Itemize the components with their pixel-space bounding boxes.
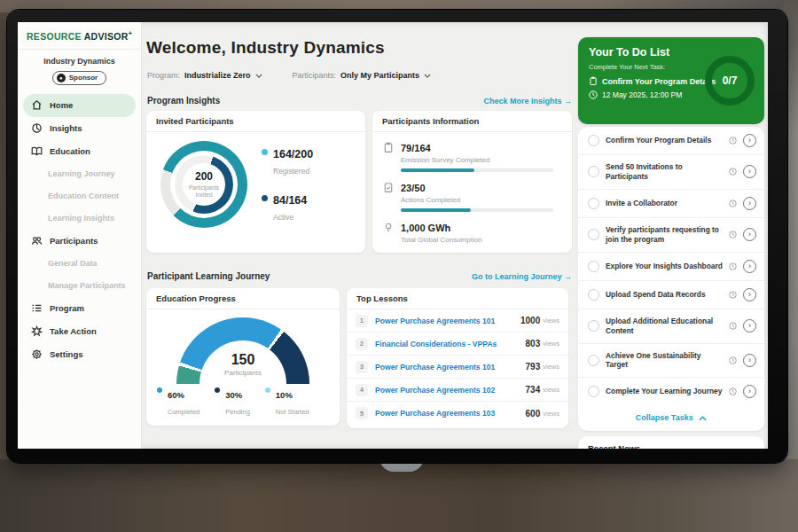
lesson-row: 2 Financial Considerations - VPPAs 803vi… [347,332,568,356]
clipboard-icon [383,139,394,172]
donut-legend: 164/200Registered 84/164Active [262,145,313,223]
sidebar-item-participants[interactable]: Participants [18,230,141,253]
home-icon [31,99,43,111]
lesson-link[interactable]: Power Purchase Agreements 101 [375,317,520,325]
checkbox[interactable] [588,261,599,272]
todo-item[interactable]: Confirm Your Program Details › [578,127,764,155]
card-title: Invited Participants [146,111,365,132]
sidebar-item-learning-insights[interactable]: Learning Insights [18,207,141,230]
sponsor-badge-icon: ● [57,74,66,82]
chevron-right-button[interactable]: › [743,228,756,241]
todo-item[interactable]: Achieve One Sustainability Target › [578,344,764,379]
take-action-icon [31,325,43,337]
todo-item[interactable]: Complete Your Learning Journey › [578,378,764,405]
lesson-row: 4 Power Purchase Agreements 102 734views [347,379,568,402]
todo-item[interactable]: Verify participants requesting to join t… [578,218,764,253]
todo-list-card: Confirm Your Program Details › Send 50 I… [578,127,764,431]
sidebar-item-take-action[interactable]: Take Action [18,320,141,343]
todo-item[interactable]: Upload Spend Data Records › [578,281,764,309]
sidebar-item-settings[interactable]: Settings [18,343,141,366]
chevron-right-button[interactable]: › [743,385,756,398]
todo-next-task: Confirm Your Program Details [602,77,716,86]
card-title: Participants Information [372,111,572,132]
arrow-right-icon: → [564,272,572,281]
invited-participants-donut-chart: 200 Participants Invited [160,141,247,228]
donut-center-label: Participants Invited [181,184,227,200]
gauge-legend: 60%Completed 30%Pending 10%Not Started [157,386,332,418]
sidebar-item-general-data[interactable]: General Data [18,253,141,275]
checkbox[interactable] [588,355,599,366]
sidebar-item-manage-participants[interactable]: Manage Participants [18,275,141,297]
sidebar-item-learning-journey[interactable]: Learning Journey [18,163,141,185]
clock-icon [729,262,737,270]
clipboard-icon [589,76,598,86]
sponsor-badge[interactable]: ● Sponsor [52,71,106,85]
participants-filter[interactable]: Participants: Only My Participants [293,71,432,80]
clock-icon [729,291,737,299]
todo-hero-card: Your To Do List Complete Your Next Task:… [578,37,764,124]
checkbox[interactable] [588,229,599,240]
recent-news-card: Recent News [578,436,764,449]
lesson-link[interactable]: Power Purchase Agreements 101 [375,363,526,372]
chevron-right-button[interactable]: › [743,260,756,273]
participants-icon [31,235,43,246]
chevron-right-button[interactable]: › [743,165,756,178]
legend-active: 84/164Active [262,192,313,223]
program-insights-header: Program Insights Check More Insights → [147,96,572,106]
chevron-right-button[interactable]: › [743,319,756,332]
sidebar-item-label: Participants [50,236,98,246]
sidebar-item-home[interactable]: Home [23,94,136,117]
logo-primary: RESOURCE [27,31,82,42]
collapse-tasks-link[interactable]: Collapse Tasks [578,405,764,431]
education-progress-card: Education Progress 150 Participants 60%C… [146,288,340,426]
checkbox[interactable] [588,135,599,146]
chevron-right-button[interactable]: › [743,288,756,301]
checkbox[interactable] [588,320,599,332]
go-to-learning-journey-link[interactable]: Go to Learning Journey → [472,272,572,281]
todo-item[interactable]: Upload Additional Educational Content › [578,309,764,344]
todo-item[interactable]: Invite a Collaborator › [578,190,764,218]
lesson-link[interactable]: Financial Considerations - VPPAs [375,340,526,348]
app-logo: RESOURCE ADVISOR+ [18,22,141,42]
sidebar-item-insights[interactable]: Insights [18,117,141,140]
clock-icon [589,90,598,99]
todo-item[interactable]: Send 50 Invitations to Participants › [578,155,764,190]
checkbox[interactable] [588,386,599,397]
lightbulb-icon [383,219,394,244]
lesson-rank: 4 [356,384,368,396]
clock-icon [729,137,737,145]
program-filter-label: Program: [147,71,180,80]
sidebar-item-program[interactable]: Program [18,297,141,320]
checkbox[interactable] [588,289,599,301]
sidebar-item-education[interactable]: Education [18,140,141,163]
gauge-center-value: 150 [146,352,340,368]
screen: RESOURCE ADVISOR+ Industry Dynamics ● Sp… [18,22,768,449]
main-content: Welcome, Industry Dynamics Program: Indu… [146,22,572,449]
lesson-row: 1 Power Purchase Agreements 101 1000view… [347,309,568,332]
sidebar-item-label: Home [50,100,73,110]
lesson-link[interactable]: Power Purchase Agreements 102 [375,386,526,395]
sidebar-item-education-content[interactable]: Education Content [18,185,141,207]
recent-news-title: Recent News [588,443,755,449]
chevron-right-button[interactable]: › [743,197,756,210]
check-more-insights-link[interactable]: Check More Insights → [483,97,572,106]
chevron-right-button[interactable]: › [743,354,756,367]
chevron-down-icon [424,74,431,78]
logo-secondary: ADVISOR [84,31,129,42]
section-title: Program Insights [147,96,220,106]
chevron-right-button[interactable]: › [743,134,756,147]
monitor-bezel: RESOURCE ADVISOR+ Industry Dynamics ● Sp… [7,10,787,463]
checkbox[interactable] [588,198,599,209]
legend-dot [262,195,268,201]
sidebar-item-label: Education [50,146,90,156]
legend-registered: 164/200Registered [262,145,313,177]
lesson-link[interactable]: Power Purchase Agreements 103 [375,409,526,418]
program-filter[interactable]: Program: Industrialize Zero [147,71,262,80]
participants-filter-label: Participants: [293,71,337,80]
gauge-center-label: Participants [146,369,340,377]
checkbox[interactable] [588,166,599,177]
todo-item[interactable]: Explore Your Insights Dashboard › [578,253,764,281]
learning-cards-row: Education Progress 150 Participants 60%C… [146,288,568,428]
learning-journey-header: Participant Learning Journey Go to Learn… [147,271,572,281]
top-lessons-card: Top Lessons 1 Power Purchase Agreements … [347,288,568,428]
